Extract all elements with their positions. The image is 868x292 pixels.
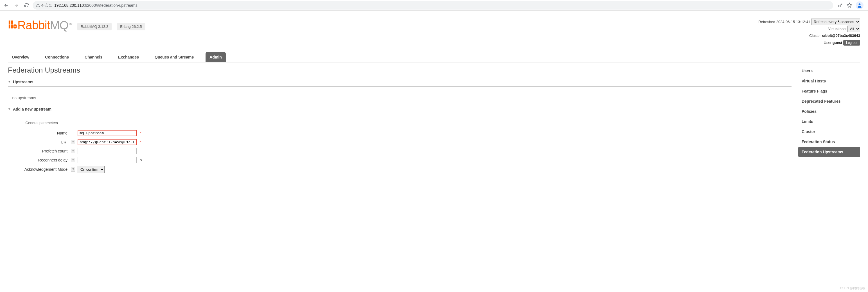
main-tabs: Overview Connections Channels Exchanges … [8,52,860,62]
reconnect-input[interactable] [78,157,137,163]
version-app-badge: RabbitMQ 3.13.3 [77,23,112,30]
uri-label: URI: [8,138,70,146]
cluster-label: Cluster [809,33,821,38]
uri-help-button[interactable]: ? [71,140,75,144]
forward-button[interactable] [12,1,20,9]
not-secure-text: 不安全 [41,3,52,8]
prefetch-input[interactable] [78,148,137,154]
upstream-form: Name: * URI: ? * Prefetch count: ? [8,128,143,175]
section-add-label: Add a new upstream [13,107,52,111]
page-title: Federation Upstreams [8,66,792,75]
sidebar-item-deprecated[interactable]: Deprecated Features [798,96,860,106]
empty-upstreams-text: ... no upstreams ... [8,91,792,105]
prefetch-help-button[interactable]: ? [71,149,75,153]
status-block: Refreshed 2024-06-15 13:12:41 Refresh ev… [758,19,860,47]
url-text: 192.168.200.110:62000/#/federation-upstr… [54,3,137,8]
ack-help-button[interactable]: ? [71,167,75,172]
reload-button[interactable] [23,1,30,9]
tab-queues[interactable]: Queues and Streams [151,52,198,62]
content-area: Federation Upstreams ▼ Upstreams ... no … [8,66,792,175]
reconnect-label: Reconnect delay: [8,156,70,164]
reconnect-unit: s [140,158,142,162]
refreshed-label: Refreshed [758,20,775,24]
version-erlang-badge: Erlang 26.2.5 [117,23,145,30]
tab-overview[interactable]: Overview [8,52,33,62]
section-upstreams-toggle[interactable]: ▼ Upstreams [8,78,792,87]
svg-point-0 [838,5,840,7]
name-label: Name: [8,129,70,137]
refresh-interval-select[interactable]: Refresh every 5 seconds [811,19,860,25]
tab-admin[interactable]: Admin [206,52,226,62]
not-secure-badge: 不安全 [36,3,52,8]
required-star: * [140,131,142,135]
refreshed-time: 2024-06-15 13:12:41 [776,20,810,24]
sidebar-item-cluster[interactable]: Cluster [798,126,860,137]
user-value: guest [833,40,842,45]
chevron-down-icon: ▼ [8,108,11,111]
ack-mode-select[interactable]: On confirm [78,166,104,173]
sidebar-item-feature-flags[interactable]: Feature Flags [798,86,860,96]
tab-channels[interactable]: Channels [81,52,106,62]
vhost-select[interactable]: All [847,26,860,32]
address-bar[interactable]: 不安全 192.168.200.110:62000/#/federation-u… [33,1,833,9]
svg-rect-6 [11,21,13,24]
logo-bars-icon [8,19,18,32]
svg-marker-1 [847,3,852,7]
sidebar-item-limits[interactable]: Limits [798,116,860,126]
cluster-value: rabbit@07ba3c483643 [822,33,860,38]
rabbitmq-logo: RabbitMQTM [8,19,72,32]
uri-input[interactable] [78,139,137,145]
svg-point-8 [14,26,16,27]
name-input[interactable] [78,130,137,136]
chevron-down-icon: ▼ [8,80,11,83]
prefetch-label: Prefetch count: [8,147,70,155]
back-button[interactable] [2,1,10,9]
browser-chrome: 不安全 192.168.200.110:62000/#/federation-u… [0,0,868,11]
tab-exchanges[interactable]: Exchanges [114,52,143,62]
bookmark-star-icon[interactable] [847,3,852,8]
user-label: User [824,40,832,45]
svg-rect-5 [9,21,10,24]
reconnect-help-button[interactable]: ? [71,158,75,162]
password-key-icon[interactable] [838,3,843,8]
general-parameters-heading: General parameters [8,118,75,128]
required-star: * [140,140,142,144]
brand-row: RabbitMQTM RabbitMQ 3.13.3 Erlang 26.2.5 [8,19,145,32]
logout-button[interactable]: Log out [843,40,860,46]
section-upstreams-label: Upstreams [13,80,33,84]
sidebar-item-policies[interactable]: Policies [798,106,860,116]
admin-sidebar: Users Virtual Hosts Feature Flags Deprec… [798,66,860,175]
svg-rect-4 [11,25,13,28]
sidebar-item-vhosts[interactable]: Virtual Hosts [798,76,860,86]
ack-mode-label: Acknowledgement Mode: [8,166,70,174]
section-add-toggle[interactable]: ▼ Add a new upstream [8,105,792,114]
profile-avatar-icon[interactable] [856,1,864,9]
sidebar-item-fed-status[interactable]: Federation Status [798,137,860,147]
svg-point-2 [859,3,861,5]
sidebar-item-users[interactable]: Users [798,66,860,76]
vhost-label: Virtual host [828,27,847,31]
sidebar-item-fed-upstreams[interactable]: Federation Upstreams [798,147,860,157]
tab-connections[interactable]: Connections [41,52,73,62]
svg-rect-3 [9,25,10,28]
